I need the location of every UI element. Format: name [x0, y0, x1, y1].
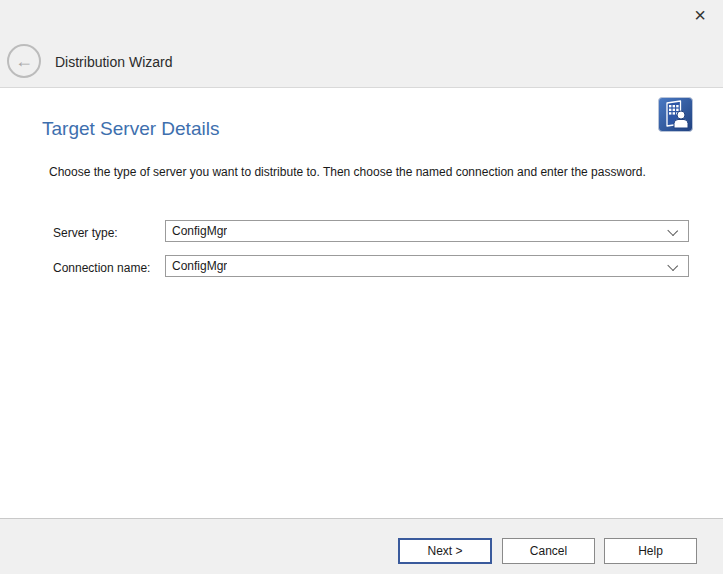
chevron-down-icon: [667, 260, 678, 271]
help-button[interactable]: Help: [604, 538, 697, 564]
connection-name-value: ConfigMgr: [172, 259, 227, 273]
distribution-site-icon: [658, 97, 693, 132]
wizard-header: × ← Distribution Wizard: [0, 0, 723, 88]
page-description: Choose the type of server you want to di…: [49, 165, 679, 180]
cancel-button[interactable]: Cancel: [502, 538, 595, 564]
server-type-label: Server type:: [53, 226, 118, 240]
server-type-dropdown[interactable]: ConfigMgr: [165, 220, 689, 242]
wizard-title: Distribution Wizard: [55, 54, 172, 70]
back-button[interactable]: ←: [7, 44, 41, 78]
close-icon[interactable]: ×: [687, 2, 713, 28]
server-type-value: ConfigMgr: [172, 224, 227, 238]
connection-name-label: Connection name:: [53, 261, 150, 275]
next-button[interactable]: Next >: [398, 538, 492, 564]
page-title: Target Server Details: [42, 118, 219, 140]
back-arrow-icon: ←: [15, 52, 33, 70]
distribution-wizard-window: × ← Distribution Wizard Target Server De…: [0, 0, 723, 574]
connection-name-dropdown[interactable]: ConfigMgr: [165, 255, 689, 277]
chevron-down-icon: [667, 225, 678, 236]
